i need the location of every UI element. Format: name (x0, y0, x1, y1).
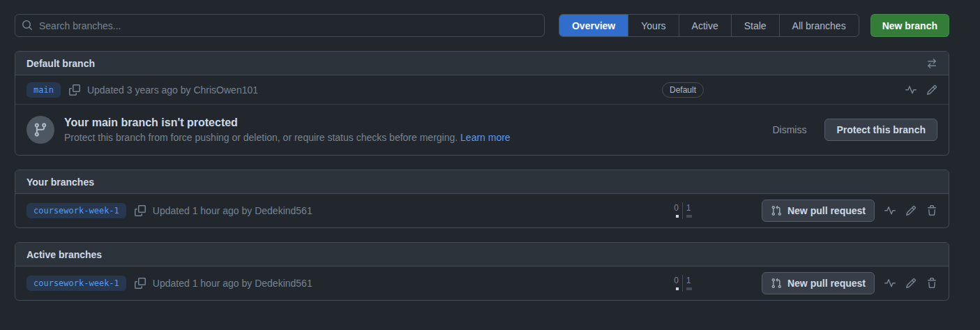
copy-icon (69, 84, 80, 96)
section-title: Active branches (27, 249, 102, 260)
copy-icon (135, 278, 146, 289)
notice-actions: Dismiss Protect this branch (765, 119, 937, 141)
branch-info: coursework-week-1 Updated 1 hour ago by … (27, 203, 624, 218)
git-branch-circle-badge (27, 116, 54, 144)
dismiss-button[interactable]: Dismiss (765, 120, 813, 140)
rename-branch-pencil-icon[interactable] (905, 205, 917, 216)
default-branch-card: Default branch main Updated 3 years ago … (15, 51, 949, 156)
section-title: Your branches (27, 177, 94, 188)
search-icon (22, 20, 33, 31)
branch-filter-tabs: Overview Yours Active Stale All branches (559, 14, 859, 37)
notice-description: Protect this branch from force pushing o… (64, 132, 765, 143)
ahead-count-bar (686, 287, 692, 290)
branch-row-middle: 0 1 (624, 275, 742, 292)
active-branches-card: Active branches coursework-week-1 Update… (15, 242, 949, 301)
toolbar: Overview Yours Active Stale All branches… (15, 14, 949, 37)
branch-row-actions (742, 84, 937, 96)
copy-icon (135, 205, 146, 216)
default-branch-header: Default branch (15, 52, 949, 75)
branch-updated-text: Updated 1 hour ago by Dedekind561 (153, 278, 312, 289)
activity-pulse-icon[interactable] (884, 278, 896, 289)
activity-pulse-icon[interactable] (905, 84, 917, 96)
notice-description-text: Protect this branch from force pushing o… (64, 132, 458, 143)
arrow-switch-icon[interactable] (926, 58, 937, 69)
copy-branch-name-button[interactable] (69, 84, 80, 96)
tab-stale[interactable]: Stale (731, 15, 779, 36)
your-branches-card: Your branches coursework-week-1 Updated … (15, 170, 949, 228)
branch-info: coursework-week-1 Updated 1 hour ago by … (27, 276, 624, 291)
protect-this-branch-button[interactable]: Protect this branch (824, 119, 937, 141)
git-branch-icon (33, 122, 48, 137)
branch-row: coursework-week-1 Updated 1 hour ago by … (15, 194, 949, 227)
ahead-count: 1 (683, 275, 692, 290)
git-pull-request-icon (771, 278, 782, 289)
branch-name-link[interactable]: coursework-week-1 (27, 203, 126, 218)
branch-row: coursework-week-1 Updated 1 hour ago by … (15, 267, 949, 300)
ahead-behind-counter: 0 1 (674, 275, 692, 292)
new-branch-button[interactable]: New branch (870, 14, 949, 37)
new-pull-request-button[interactable]: New pull request (762, 200, 875, 222)
branches-page: Overview Yours Active Stale All branches… (15, 14, 949, 301)
notice-title: Your main branch isn't protected (64, 117, 765, 129)
new-pull-request-label: New pull request (787, 278, 866, 289)
default-badge: Default (662, 82, 704, 98)
your-branches-header: Your branches (15, 170, 949, 194)
new-pull-request-label: New pull request (787, 205, 866, 216)
active-branches-header: Active branches (15, 243, 949, 267)
activity-pulse-icon[interactable] (884, 205, 896, 216)
tab-yours[interactable]: Yours (628, 15, 678, 36)
branch-updated-text: Updated 1 hour ago by Dedekind561 (153, 205, 312, 216)
branch-row-actions: New pull request (742, 200, 937, 222)
behind-count: 0 (674, 202, 682, 218)
branch-name-link[interactable]: main (27, 82, 61, 98)
tab-overview[interactable]: Overview (559, 15, 628, 36)
behind-count: 0 (674, 275, 682, 290)
branch-info: main Updated 3 years ago by ChrisOwen101 (27, 82, 624, 98)
tab-all-branches[interactable]: All branches (779, 15, 859, 36)
search-input[interactable] (15, 14, 545, 37)
ahead-count-bar (686, 215, 692, 218)
branch-row-actions: New pull request (742, 272, 937, 294)
rename-branch-pencil-icon[interactable] (905, 278, 917, 289)
behind-count-bar (676, 287, 679, 290)
delete-branch-trash-icon[interactable] (926, 205, 937, 216)
copy-branch-name-button[interactable] (135, 205, 146, 216)
ahead-count: 1 (683, 202, 692, 218)
delete-branch-trash-icon[interactable] (926, 278, 937, 289)
ahead-count-number: 1 (686, 275, 691, 286)
tab-active[interactable]: Active (679, 15, 731, 36)
ahead-behind-counter: 0 1 (674, 202, 692, 219)
rename-branch-pencil-icon[interactable] (926, 84, 937, 96)
search-wrapper (15, 14, 545, 37)
branch-name-link[interactable]: coursework-week-1 (27, 276, 126, 291)
copy-branch-name-button[interactable] (135, 278, 146, 289)
learn-more-link[interactable]: Learn more (460, 132, 511, 143)
default-branch-row: main Updated 3 years ago by ChrisOwen101… (15, 75, 949, 105)
new-pull-request-button[interactable]: New pull request (762, 272, 875, 294)
behind-count-number: 0 (674, 202, 679, 213)
branch-protection-notice: Your main branch isn't protected Protect… (15, 105, 949, 155)
ahead-count-number: 1 (686, 202, 691, 213)
section-title: Default branch (27, 58, 95, 69)
behind-count-number: 0 (674, 275, 679, 286)
git-pull-request-icon (771, 205, 782, 216)
behind-count-bar (676, 215, 679, 218)
branch-row-middle: Default (624, 82, 742, 98)
notice-body: Your main branch isn't protected Protect… (64, 117, 765, 143)
branch-updated-text: Updated 3 years ago by ChrisOwen101 (87, 84, 258, 96)
branch-row-middle: 0 1 (624, 202, 742, 219)
